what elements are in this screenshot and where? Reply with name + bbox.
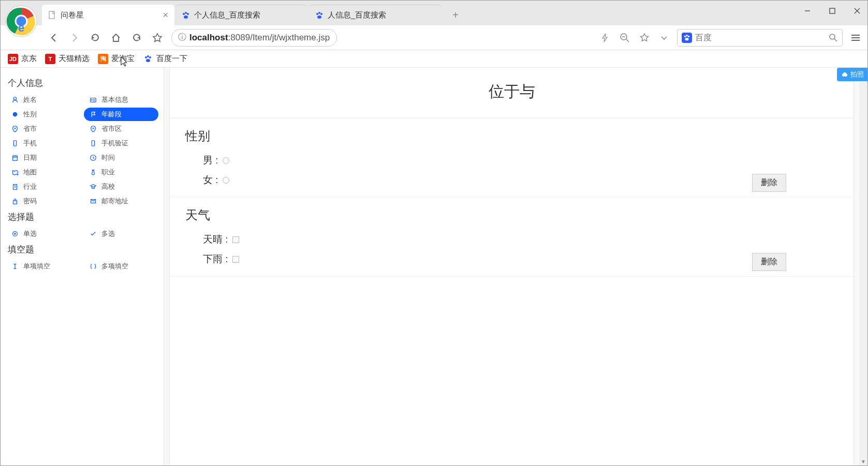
search-icon[interactable] [829,33,838,42]
delete-button[interactable]: 删除 [752,174,786,192]
sidebar-item-label: 密码 [23,197,37,206]
svg-point-4 [183,13,185,15]
question-option[interactable]: 天晴 : [185,230,838,249]
undo-button[interactable] [130,31,143,44]
search-input[interactable] [695,33,829,42]
checkbox-icon[interactable] [232,236,239,243]
sidebar-item-radio[interactable]: 单选 [6,227,81,240]
bookmark-label: 爱淘宝 [111,54,135,64]
sidebar-item-pin[interactable]: 省市 [6,122,81,136]
sidebar-item-label: 日期 [23,153,37,162]
sidebar-item-label: 省市 [23,124,37,133]
bookmarks-bar: JD 京东 T 天猫精选 淘 爱淘宝 百度一下 [1,50,867,68]
tab-inactive[interactable]: 个人信息_百度搜索 [175,5,308,25]
grad-icon [89,183,97,191]
minimize-button[interactable] [800,3,815,19]
delete-button[interactable]: 删除 [752,253,786,271]
tab-active[interactable]: 问卷星 × [42,5,174,25]
search-box[interactable] [677,29,843,47]
sidebar-item-gender[interactable]: 性别 [6,108,81,121]
chevron-down-icon[interactable] [657,31,671,44]
sidebar-item-card[interactable]: 基本信息 [84,93,159,107]
forward-button[interactable] [68,31,81,44]
tab-inactive[interactable]: 人信息_百度搜索 [309,5,442,25]
lock-icon [11,197,19,205]
bookmark-item[interactable]: 淘 爱淘宝 [98,54,135,64]
sidebar-item-tie[interactable]: 职业 [84,166,159,179]
sidebar-item-label: 时间 [101,153,115,162]
sidebar: 个人信息姓名基本信息性别年龄段省市省市区手机手机验证日期时间地图职业行业高校密码… [1,68,164,465]
sidebar-item-user[interactable]: 姓名 [6,93,81,107]
option-label: 天晴 : [203,233,228,246]
sidebar-item-phone[interactable]: 手机 [6,137,81,150]
svg-point-31 [146,59,150,62]
bookmark-item[interactable]: 百度一下 [143,54,187,64]
sidebar-item-label: 单选 [23,229,37,238]
sidebar-item-label: 行业 [23,182,37,191]
maximize-button[interactable] [825,3,840,19]
svg-point-22 [685,38,689,40]
sidebar-item-pin[interactable]: 省市区 [84,122,159,136]
close-icon[interactable]: × [163,10,168,21]
page-icon [48,11,56,19]
svg-point-29 [147,55,149,57]
sidebar-item-label: 基本信息 [101,95,128,104]
question-option[interactable]: 女 : [185,170,838,190]
sidebar-item-phone[interactable]: 手机验证 [84,137,159,150]
sidebar-item-mail[interactable]: 邮寄地址 [84,194,159,208]
new-tab-button[interactable]: + [448,7,463,23]
question-title: 性别 [185,128,838,144]
svg-point-32 [13,97,16,100]
textcursor-icon [11,262,19,270]
sidebar-item-textcursor[interactable]: 单项填空 [6,260,81,273]
sidebar-section-title: 填空题 [8,244,158,255]
vertical-scrollbar[interactable]: ▲ ▼ [859,68,867,465]
zoom-out-icon[interactable] [618,31,631,44]
reload-button[interactable] [89,31,102,44]
svg-point-19 [684,35,686,37]
sidebar-item-label: 年龄段 [101,110,122,119]
sidebar-item-grad[interactable]: 高校 [84,180,159,193]
screenshot-badge[interactable]: 拍照 [837,68,867,81]
card-icon [89,96,97,104]
svg-point-34 [91,99,93,101]
svg-line-24 [834,39,837,41]
sidebar-item-building[interactable]: 行业 [6,180,81,193]
mouse-cursor [118,68,128,68]
sidebar-item-check[interactable]: 多选 [84,227,159,240]
svg-point-41 [14,145,15,145]
bookmark-item[interactable]: T 天猫精选 [45,54,90,64]
question-option[interactable]: 下雨 : [185,249,838,269]
home-button[interactable] [109,31,123,44]
sidebar-item-lock[interactable]: 密码 [6,194,81,208]
close-window-button[interactable] [849,3,865,19]
sidebar-section-title: 个人信息 [8,77,158,89]
tab-title: 个人信息_百度搜索 [194,10,260,20]
gender-icon [11,110,19,118]
checkbox-icon[interactable] [232,256,239,263]
baidu-paw-icon [182,11,190,20]
radio-icon[interactable] [223,177,229,184]
sidebar-item-flag[interactable]: 年龄段 [84,108,159,121]
back-button[interactable] [47,31,61,44]
sidebar-item-calendar[interactable]: 日期 [6,151,81,164]
star-outline-icon[interactable] [638,31,651,44]
sidebar-item-brackets[interactable]: 多项填空 [84,260,159,273]
bolt-icon[interactable] [598,31,612,44]
sidebar-item-clock[interactable]: 时间 [84,151,159,164]
bookmark-item[interactable]: JD 京东 [8,54,37,64]
sidebar-item-label: 省市区 [101,124,122,133]
svg-point-5 [185,12,187,14]
address-bar[interactable]: ⓘ localhost :8089/Item/jt/wjxtheme.jsp [171,29,337,47]
sidebar-item-label: 单项填空 [23,262,50,271]
menu-button[interactable] [849,31,862,44]
question-option[interactable]: 男 : [185,151,838,170]
favorite-button[interactable] [151,31,164,44]
svg-point-23 [830,34,835,39]
radio-icon[interactable] [223,157,229,164]
svg-point-37 [13,112,18,117]
tie-icon [89,168,97,176]
sidebar-item-map[interactable]: 地图 [6,166,81,179]
scroll-down-icon[interactable]: ▼ [859,457,867,465]
svg-rect-44 [13,156,18,161]
